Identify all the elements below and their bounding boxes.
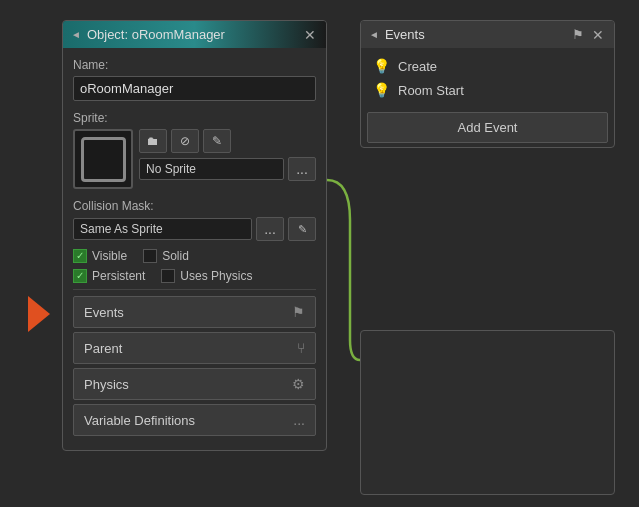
checkboxes-row-1: ✓ Visible Solid [73, 249, 316, 263]
sprite-pencil-button[interactable]: ✎ [203, 129, 231, 153]
solid-checkbox-box [143, 249, 157, 263]
events-panel-title: Events [385, 27, 425, 42]
create-event-label: Create [398, 59, 437, 74]
visible-check-mark: ✓ [76, 251, 84, 261]
event-item-room-start[interactable]: 💡 Room Start [367, 78, 608, 102]
parent-btn-label: Parent [84, 341, 122, 356]
variable-definitions-button[interactable]: Variable Definitions ... [73, 404, 316, 436]
sprite-row: 🖿 ⊘ ✎ No Sprite ... [73, 129, 316, 189]
room-start-event-label: Room Start [398, 83, 464, 98]
events-lower-panel [360, 330, 615, 495]
events-title-bar: ◄ Events ⚑ ✕ [361, 21, 614, 48]
name-label: Name: [73, 58, 316, 72]
events-panel: ◄ Events ⚑ ✕ 💡 Create 💡 Room Start Add E… [360, 20, 615, 148]
solid-checkbox[interactable]: Solid [143, 249, 189, 263]
name-input[interactable] [73, 76, 316, 101]
variable-definitions-btn-label: Variable Definitions [84, 413, 195, 428]
room-start-bulb-icon: 💡 [373, 82, 390, 98]
variable-dots-icon: ... [293, 412, 305, 428]
panel-close-button[interactable]: ✕ [302, 28, 318, 42]
parent-button[interactable]: Parent ⑂ [73, 332, 316, 364]
pencil-icon: ✎ [212, 134, 222, 148]
persistent-label: Persistent [92, 269, 145, 283]
sprite-browse-button[interactable]: 🖿 [139, 129, 167, 153]
collapse-arrow-icon[interactable]: ◄ [71, 29, 81, 40]
events-panel-close-button[interactable]: ✕ [590, 28, 606, 42]
panel-title: Object: oRoomManager [87, 27, 225, 42]
collision-row: Same As Sprite ... ✎ [73, 217, 316, 241]
sprite-label: Sprite: [73, 111, 316, 125]
panel-content: Name: Sprite: 🖿 ⊘ [63, 48, 326, 450]
parent-connections-icon: ⑂ [297, 340, 305, 356]
divider-1 [73, 289, 316, 290]
events-button[interactable]: Events ⚑ [73, 296, 316, 328]
sprite-btn-row: 🖿 ⊘ ✎ [139, 129, 316, 153]
persistent-checkbox[interactable]: ✓ Persistent [73, 269, 145, 283]
sprite-name-display: No Sprite [139, 158, 284, 180]
persistent-checkbox-box: ✓ [73, 269, 87, 283]
browse-icon: 🖿 [147, 134, 159, 148]
sprite-controls: 🖿 ⊘ ✎ No Sprite ... [139, 129, 316, 181]
sprite-preview[interactable] [73, 129, 133, 189]
events-btn-label: Events [84, 305, 124, 320]
visible-label: Visible [92, 249, 127, 263]
checkboxes-row-2: ✓ Persistent Uses Physics [73, 269, 316, 283]
sprite-section: 🖿 ⊘ ✎ No Sprite ... [73, 129, 316, 189]
physics-btn-label: Physics [84, 377, 129, 392]
create-bulb-icon: 💡 [373, 58, 390, 74]
arrow-indicator [28, 296, 50, 332]
events-collapse-arrow-icon[interactable]: ◄ [369, 29, 379, 40]
physics-gear-icon: ⚙ [292, 376, 305, 392]
sprite-dots-button[interactable]: ... [288, 157, 316, 181]
sprite-name-row: No Sprite ... [139, 157, 316, 181]
events-flag-header-icon: ⚑ [572, 27, 584, 42]
collision-label: Collision Mask: [73, 199, 316, 213]
physics-button[interactable]: Physics ⚙ [73, 368, 316, 400]
events-title-left: ◄ Events [369, 27, 425, 42]
collision-section: Collision Mask: Same As Sprite ... ✎ [73, 199, 316, 241]
uses-physics-label: Uses Physics [180, 269, 252, 283]
event-item-create[interactable]: 💡 Create [367, 54, 608, 78]
uses-physics-checkbox[interactable]: Uses Physics [161, 269, 252, 283]
uses-physics-checkbox-box [161, 269, 175, 283]
sprite-edit-button[interactable]: ⊘ [171, 129, 199, 153]
solid-label: Solid [162, 249, 189, 263]
collision-edit-icon: ✎ [298, 223, 307, 236]
add-event-button[interactable]: Add Event [367, 112, 608, 143]
collision-dropdown[interactable]: Same As Sprite [73, 218, 252, 240]
persistent-check-mark: ✓ [76, 271, 84, 281]
collision-dots-button[interactable]: ... [256, 217, 284, 241]
visible-checkbox[interactable]: ✓ Visible [73, 249, 127, 263]
edit-slash-icon: ⊘ [180, 134, 190, 148]
panel-title-bar: ◄ Object: oRoomManager ✕ [63, 21, 326, 48]
panel-title-left: ◄ Object: oRoomManager [71, 27, 225, 42]
events-flag-icon: ⚑ [292, 304, 305, 320]
collision-edit-button[interactable]: ✎ [288, 217, 316, 241]
events-content: 💡 Create 💡 Room Start [361, 48, 614, 108]
sprite-preview-inner [81, 137, 126, 182]
visible-checkbox-box: ✓ [73, 249, 87, 263]
object-panel: ◄ Object: oRoomManager ✕ Name: Sprite: 🖿 [62, 20, 327, 451]
